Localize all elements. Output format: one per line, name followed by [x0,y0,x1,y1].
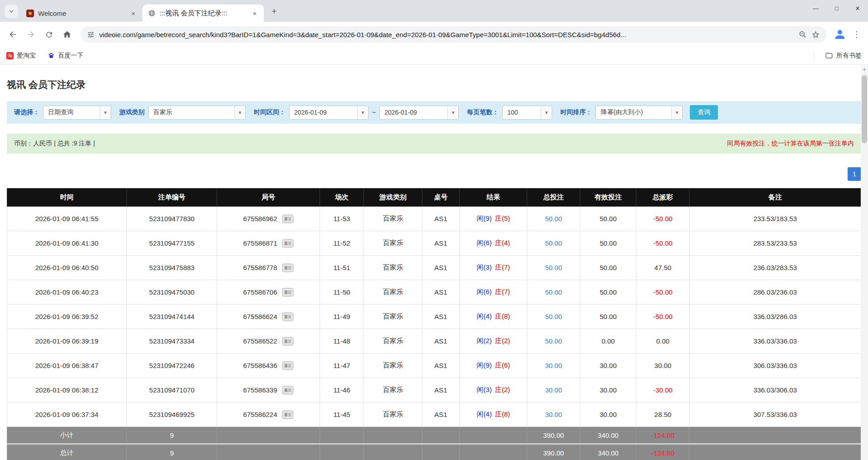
select-value: 100 [503,109,541,116]
col-game-type: 游戏类别 [364,189,422,207]
page-content: 视讯 会员下注纪录 请选择： 日期查询 ▼ 游戏类别 百家乐 ▼ 时间区间： 2… [0,78,868,460]
cell-total-bet[interactable]: 50.00 [527,280,580,305]
forward-button[interactable] [23,26,39,43]
summary-right-note: 同局有效投注，统一计算在该局第一张注单内 [727,140,854,148]
cell-game-type: 百家乐 [364,402,422,427]
new-tab-button[interactable]: + [267,5,281,18]
cell-total-bet[interactable]: 30.00 [527,353,580,378]
per-page-select[interactable]: 100 ▼ [502,106,552,120]
sort-select[interactable]: 降幂(由大到小) ▼ [596,106,683,120]
tab-search-button[interactable] [5,5,18,18]
tab-welcome[interactable]: Welcome × [21,5,142,22]
chevron-down-icon: ▼ [234,106,245,119]
all-bookmarks[interactable]: 所有书签 [814,51,862,61]
address-bar[interactable]: videoie.com/game/betrecord_search/kind3?… [81,26,826,43]
replay-icon[interactable] [282,288,294,297]
filter-label-date-range: 时间区间： [254,108,286,116]
home-button[interactable] [59,26,75,43]
url-text[interactable]: videoie.com/game/betrecord_search/kind3?… [99,31,794,39]
cell-payout: -50.00 [636,280,689,305]
page-1-button[interactable]: 1 [848,167,861,181]
cell-table: AS1 [422,207,460,231]
bookmark-aitaobao[interactable]: 淘 爱淘宝 [6,52,36,60]
filter-label-sort: 时间排序： [560,108,592,116]
bookmark-label: 百度一下 [58,52,83,60]
globe-favicon [148,10,155,17]
filter-label-per-page: 每页笔数： [467,108,499,116]
date-start-select[interactable]: 2026-01-09 ▼ [289,106,369,120]
cell-time: 2026-01-09 06:40:23 [7,280,127,305]
col-result: 结果 [460,189,527,207]
chevron-down-icon: ▼ [671,106,682,119]
cell-payout: -50.00 [636,231,689,256]
total-total-bet: 390.00 [527,444,580,460]
table-row: 2026-01-09 06:40:23 523109475030 6755867… [7,280,861,305]
select-value: 降幂(由大到小) [596,108,671,116]
date-end-select[interactable]: 2026-01-09 ▼ [379,106,459,120]
refresh-button[interactable] [41,26,57,43]
zoom-icon[interactable] [799,30,807,39]
chevron-down-icon: ▼ [541,106,552,119]
navigation-bar: videoie.com/game/betrecord_search/kind3?… [0,22,868,47]
cell-total-bet[interactable]: 50.00 [527,305,580,329]
all-bookmarks-label: 所有书签 [836,52,862,60]
cell-total-bet[interactable]: 50.00 [527,329,580,353]
cell-valid-bet: 50.00 [580,305,636,329]
close-window-button[interactable]: ✕ [847,0,868,16]
browser-window: Welcome × :::视讯 会员下注纪录::: × + — □ ✕ [0,0,868,65]
cell-table: AS1 [422,402,460,427]
browser-menu-icon[interactable]: ⋮ [850,26,863,43]
divider [814,52,815,60]
cell-total-bet[interactable]: 50.00 [527,231,580,256]
scrollbar-thumb[interactable] [862,75,867,143]
cell-total-bet[interactable]: 30.00 [527,402,580,427]
cell-total-bet[interactable]: 50.00 [527,256,580,280]
minimize-button[interactable]: — [805,0,826,16]
tab-strip: Welcome × :::视讯 会员下注纪录::: × + — □ ✕ [0,0,868,22]
replay-icon[interactable] [282,239,294,248]
total-payout: -124.00 [636,444,689,460]
result-player: 闲(9) [477,214,492,222]
cell-bet-id: 523109477830 [126,207,217,231]
tab-close-icon[interactable]: × [250,9,259,18]
cell-bet-id: 523109475030 [126,280,217,305]
replay-icon[interactable] [282,214,294,223]
cell-result: 闲(4)庄(8) [460,305,527,329]
bookmark-star-icon[interactable] [811,30,820,39]
cell-remark: 236.03/283.53 [689,256,861,280]
date-mode-select[interactable]: 日期查询 ▼ [43,106,111,120]
select-value: 日期查询 [44,108,100,116]
scrollbar-up-arrow[interactable]: ▲ [861,65,868,73]
back-button[interactable] [5,26,21,43]
cell-remark: 336.03/306.03 [689,378,861,402]
cell-time: 2026-01-09 06:37:34 [7,402,127,427]
replay-icon[interactable] [282,312,294,321]
replay-icon[interactable] [282,410,294,419]
tab-close-icon[interactable]: × [129,9,138,18]
cell-valid-bet: 50.00 [580,207,636,231]
cell-payout: -50.00 [636,207,689,231]
replay-icon[interactable] [282,386,294,395]
bookmark-baidu[interactable]: 百度一下 [48,52,83,60]
replay-icon[interactable] [282,263,294,272]
baidu-favicon [48,52,55,60]
replay-icon[interactable] [282,361,294,370]
cell-valid-bet: 30.00 [580,378,636,402]
vertical-scrollbar[interactable]: ▲ [861,65,868,460]
folder-icon [825,51,833,61]
cell-total-bet[interactable]: 50.00 [527,207,580,231]
site-info-icon[interactable] [87,31,95,39]
cell-table: AS1 [422,329,460,353]
result-banker: 庄(2) [495,337,510,344]
cell-table: AS1 [422,280,460,305]
tab-betrecord[interactable]: :::视讯 会员下注纪录::: × [142,5,264,22]
cell-game-type: 百家乐 [364,256,422,280]
search-button[interactable]: 查询 [690,105,718,120]
game-type-select[interactable]: 百家乐 ▼ [148,106,246,120]
cell-session: 11-49 [320,305,364,329]
profile-avatar[interactable] [832,26,848,43]
replay-icon[interactable] [282,337,294,346]
maximize-button[interactable]: □ [826,0,847,16]
cell-total-bet[interactable]: 30.00 [527,378,580,402]
result-banker: 庄(8) [495,410,510,418]
